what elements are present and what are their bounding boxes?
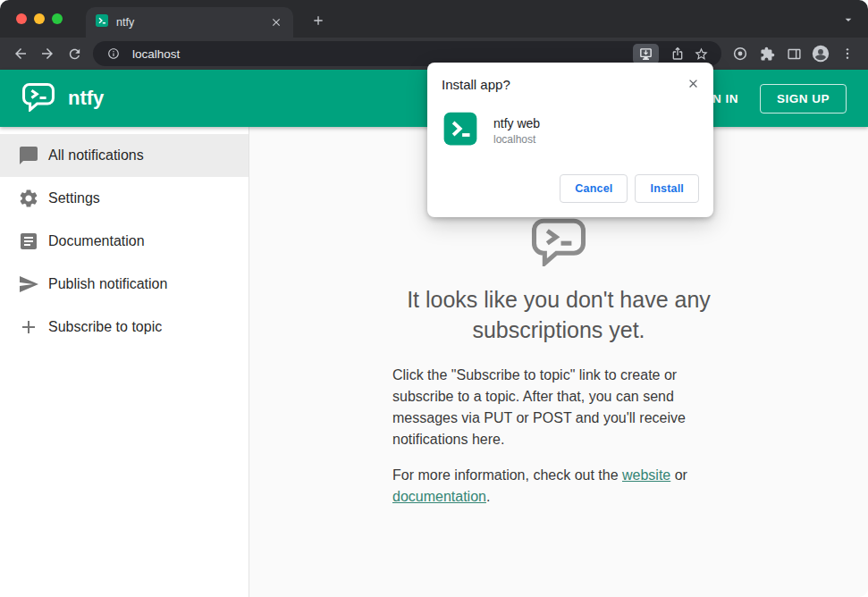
sidebar-item-settings[interactable]: Settings xyxy=(0,177,249,220)
sidebar-item-documentation[interactable]: Documentation xyxy=(0,220,249,263)
browser-menu-button[interactable] xyxy=(834,40,861,67)
install-app-dialog: Install app? ntfy web localhost Cancel I… xyxy=(427,63,713,217)
close-window-button[interactable] xyxy=(16,13,27,24)
tab-close-icon[interactable] xyxy=(268,14,284,30)
more-info-prefix: For more information, check out the xyxy=(392,467,622,483)
empty-state-heading: It looks like you don't have any xyxy=(407,284,711,315)
dialog-title: Install app? xyxy=(442,77,699,92)
empty-state-paragraph: Click the "Subscribe to topic" link to c… xyxy=(392,365,725,450)
browser-tab-ntfy[interactable]: ntfy xyxy=(86,7,293,38)
install-button[interactable]: Install xyxy=(635,174,699,203)
sidebar-item-subscribe-to-topic[interactable]: Subscribe to topic xyxy=(0,306,249,349)
ntfy-logo-icon xyxy=(21,82,55,115)
sidebar-item-publish-notification[interactable]: Publish notification xyxy=(0,263,249,306)
window-controls xyxy=(16,13,63,24)
url-text: localhost xyxy=(132,47,180,61)
dialog-close-icon[interactable] xyxy=(684,74,702,92)
install-app-button[interactable] xyxy=(633,44,659,64)
sidebar-item-all-notifications[interactable]: All notifications xyxy=(0,134,249,177)
ntfy-favicon xyxy=(95,13,109,31)
sidebar-item-label: All notifications xyxy=(48,147,144,164)
site-info-icon[interactable] xyxy=(102,42,125,65)
ntfy-logo-large-icon xyxy=(530,217,587,270)
sign-up-button[interactable]: SIGN UP xyxy=(760,84,847,114)
profile-avatar-button[interactable] xyxy=(807,40,834,67)
ntfy-app-icon xyxy=(442,110,479,151)
browser-window: ntfy localhost xyxy=(0,0,868,597)
article-icon xyxy=(18,231,39,252)
send-icon xyxy=(18,273,39,295)
forward-button[interactable] xyxy=(34,40,61,67)
extensions-puzzle-button[interactable] xyxy=(754,40,780,67)
side-panel-button[interactable] xyxy=(780,40,807,67)
sidebar-item-label: Documentation xyxy=(48,233,145,249)
extension-icon[interactable] xyxy=(727,40,754,67)
dialog-app-row: ntfy web localhost xyxy=(442,110,699,151)
new-tab-button[interactable] xyxy=(306,8,331,33)
empty-state-more-info: For more information, check out the webs… xyxy=(392,465,725,508)
sidebar-item-label: Publish notification xyxy=(48,276,167,292)
reload-button[interactable] xyxy=(61,40,88,67)
tab-strip: ntfy xyxy=(0,0,868,38)
brand-title: ntfy xyxy=(68,87,104,110)
sidebar: All notifications Settings Documentation… xyxy=(0,127,249,597)
chat-bubble-icon xyxy=(18,145,39,166)
dialog-app-name: ntfy web xyxy=(493,116,540,130)
sidebar-item-label: Subscribe to topic xyxy=(48,319,162,335)
sidebar-item-label: Settings xyxy=(48,190,100,206)
more-info-or: or xyxy=(670,467,687,483)
plus-icon xyxy=(18,316,39,338)
dialog-actions: Cancel Install xyxy=(442,174,699,203)
cancel-button[interactable]: Cancel xyxy=(560,174,628,203)
minimize-window-button[interactable] xyxy=(34,13,45,24)
gear-icon xyxy=(18,188,39,209)
empty-state-heading: subscriptions yet. xyxy=(472,315,645,345)
tab-search-chevron-icon[interactable] xyxy=(841,13,855,30)
zoom-window-button[interactable] xyxy=(52,13,63,24)
website-link[interactable]: website xyxy=(622,467,670,483)
tab-title: ntfy xyxy=(116,16,134,29)
empty-state-copy: Click the "Subscribe to topic" link to c… xyxy=(392,365,725,508)
more-info-suffix: . xyxy=(486,489,490,504)
back-button[interactable] xyxy=(7,40,34,67)
documentation-link[interactable]: documentation xyxy=(392,489,486,504)
dialog-app-origin: localhost xyxy=(493,133,540,146)
